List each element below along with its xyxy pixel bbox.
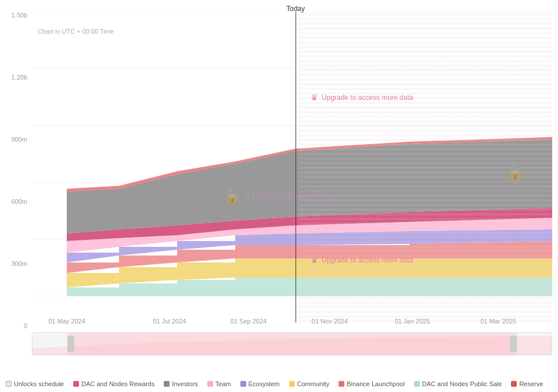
today-line: [296, 12, 296, 322]
legend-item-community: Community: [289, 380, 330, 387]
legend-label-team: Team: [215, 380, 231, 387]
legend-item-reserve: Reserve: [511, 380, 543, 387]
legend-item-ecosystem: Ecosystem: [240, 380, 280, 387]
legend-label-binance: Binance Launchpool: [347, 380, 405, 387]
legend: Unlocks schedule DAC and Nodes Rewards I…: [0, 380, 558, 387]
chart-container: Chart in UTC + 00:00 Time Today 0 300m 6…: [0, 0, 558, 392]
scrollbar-handle-right[interactable]: [510, 336, 517, 352]
lock-watermark-right: 🔒: [505, 163, 525, 182]
legend-dot-dac-rewards: [73, 381, 79, 387]
legend-dot-reserve: [511, 381, 517, 387]
crown-icon-bottom: ♛: [311, 256, 318, 265]
legend-item-unlocks-schedule: Unlocks schedule: [6, 380, 64, 387]
scrollbar-area[interactable]: [32, 332, 552, 355]
watermark-lock-icon: 🔒: [224, 188, 241, 204]
upgrade-bottom-box[interactable]: ♛ Upgrade to access more data: [311, 256, 413, 265]
legend-label-investors: Investors: [172, 380, 198, 387]
upgrade-top-box[interactable]: ♛ Upgrade to access more data: [311, 93, 413, 102]
legend-label-community: Community: [297, 380, 330, 387]
legend-dot-community: [289, 381, 295, 387]
legend-label-unlocks: Unlocks schedule: [14, 380, 64, 387]
upgrade-top-text: Upgrade to access more data: [322, 93, 413, 102]
legend-label-reserve: Reserve: [519, 380, 543, 387]
legend-item-team: Team: [207, 380, 231, 387]
y-axis: 0 300m 600m 900m 1.20b 1.50b: [0, 12, 32, 322]
x-label-sep2024: 01 Sep 2024: [231, 318, 267, 325]
legend-item-dac-public: DAC and Nodes Public Sale: [414, 380, 502, 387]
crown-icon-top: ♛: [311, 93, 318, 102]
legend-item-dac-rewards: DAC and Nodes Rewards: [73, 380, 154, 387]
legend-dot-unlocks: [6, 381, 12, 387]
y-label-120b: 1.20b: [11, 74, 27, 81]
upgrade-bottom-text: Upgrade to access more data: [322, 256, 413, 264]
x-label-may2024: 01 May 2024: [48, 318, 85, 325]
legend-dot-investors: [164, 381, 170, 387]
y-label-600m: 600m: [11, 198, 27, 205]
legend-dot-dac-public: [414, 381, 420, 387]
legend-label-ecosystem: Ecosystem: [249, 380, 280, 387]
legend-dot-team: [207, 381, 213, 387]
legend-label-dac-public: DAC and Nodes Public Sale: [422, 380, 502, 387]
y-label-150b: 1.50b: [11, 12, 27, 19]
scrollbar-range: [67, 333, 517, 355]
scrollbar-handle-left[interactable]: [67, 336, 74, 352]
legend-item-investors: Investors: [164, 380, 198, 387]
legend-label-dac-rewards: DAC and Nodes Rewards: [81, 380, 154, 387]
watermark: 🔒 TokenUnlocks.: [224, 188, 334, 204]
legend-dot-binance: [339, 381, 344, 387]
watermark-text: TokenUnlocks.: [244, 189, 334, 204]
y-label-900m: 900m: [11, 136, 27, 143]
legend-dot-ecosystem: [240, 381, 246, 387]
x-label-jul2024: 01 Jul 2024: [153, 318, 186, 325]
y-label-0: 0: [24, 322, 27, 329]
y-label-300m: 300m: [11, 260, 27, 267]
legend-item-binance: Binance Launchpool: [339, 380, 405, 387]
